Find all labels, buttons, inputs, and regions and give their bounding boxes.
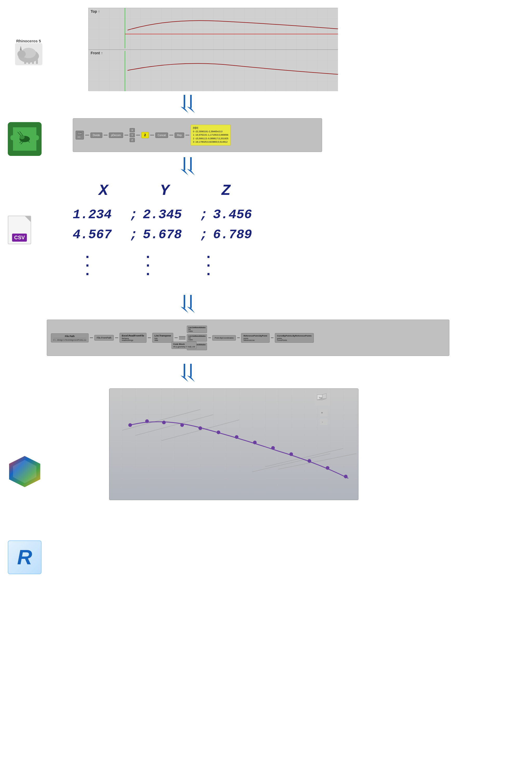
wf-excel-sub1: fileName [122,337,144,339]
csv-dots-y: ... [144,250,152,276]
svg-point-58 [253,440,257,444]
svg-text:Top: Top [319,396,322,399]
wf-node-refpoint: ReferencePoint.ByPoint points referenceL… [241,333,269,343]
csv-headers: X Y Z [73,182,252,200]
grasshopper-icon-container [8,122,41,156]
wf-getitem-1: List.GetItemAtIndex list Index [187,325,207,333]
svg-point-63 [344,475,348,478]
wf-transpose-sub2: data [154,339,171,341]
svg-point-54 [180,423,184,427]
svg-point-52 [145,419,149,423]
gh-node-output: [0][0] 0 -22,3090191-2,394654;0,0 1 -16,… [191,125,231,146]
wf-excel-label: Excel.ReadFromFile [122,334,144,337]
csv-data-section: X Y Z 1.234 ; 2.345 ; 3.456 4.567 ; 5.67… [73,182,252,276]
revit-icon: R [8,540,41,574]
gh-wire-3 [124,135,128,135]
csv-dots-x: ... [83,250,92,276]
wf-refpoint-sub1: points [243,337,267,339]
wf-refpoint-label: ReferencePoint.ByPoint [243,335,267,337]
wf-wire-a [90,337,93,338]
wf-curve-sub2: CurvePoints [277,339,312,341]
csv-header-z: Z [221,182,231,200]
wf-filepath-label: File Path [53,335,86,338]
gh-graph-container: Crv XO Divide pDecom X Y Z 2 Concat Rep … [73,118,322,152]
gh-node-2: 2 [141,132,149,138]
revit-viewport: Top + - [109,388,358,500]
wf-excel-sub2: readAsStrings [122,339,144,341]
csv-dots-z: ... [204,250,213,276]
wf-getitem-1-label: List.GetItemAtIndex [188,326,206,328]
rhino-label: Rhinoceros 5 [15,39,42,43]
svg-rect-5 [24,59,26,64]
gh-node-pdecom: pDecom [109,133,123,138]
wf-transpose-sub1: lists [154,337,171,339]
wf-wire-e [208,337,211,338]
svg-text:-: - [322,420,323,424]
svg-point-62 [326,466,329,470]
csv-header-x: X [99,182,108,200]
dynamo-workflow: File Path C:\...\Bridge in Revit\Alignme… [47,320,449,356]
dynamo-workflow-container: File Path C:\...\Bridge in Revit\Alignme… [47,320,449,356]
csv-label: CSV [12,234,27,242]
rhino-image [15,43,42,65]
gh-wire-4 [136,135,140,135]
wf-wire-d [175,337,178,338]
svg-rect-71 [320,419,327,425]
gh-xyz-outputs: X Y Z [130,128,135,142]
csv-val-x1: 1.234 [73,207,125,222]
wf-refpoint-sub2: referenceLine [243,339,267,341]
svg-rect-7 [32,59,34,64]
csv-header-y: Y [160,182,169,200]
grasshopper-icon [8,122,41,156]
csv-icon: CSV [8,216,36,250]
csv-fold-corner [25,216,30,222]
gh-node-concat: Concat [155,133,168,138]
wf-node-curvebypoints: CurveByPoints.ByReferencePoints points C… [275,333,314,343]
wf-filepath-value: C:\...\Bridge in Revit\AlignmentPoints.c… [53,339,86,341]
svg-point-53 [162,421,166,424]
wf-getitem-2: List.GetItemAtIndex list Index [187,334,207,342]
wf-getitem-2-label: List.GetItemAtIndex [188,335,206,337]
csv-val-y1: 2.345 [143,207,195,222]
svg-point-56 [217,431,220,434]
wf-curve-sub1: points [277,337,312,339]
svg-point-51 [128,423,132,427]
wf-multi-wire [179,336,186,339]
csv-row-1: 1.234 ; 2.345 ; 3.456 [73,207,252,222]
gh-wire-1 [85,135,89,135]
svg-text:+: + [321,411,323,415]
svg-point-60 [289,452,293,456]
svg-text:Front ↑: Front ↑ [91,51,103,55]
csv-sep-1: ; [130,207,138,222]
wf-code-label: Code Block [173,343,195,345]
svg-rect-8 [36,59,38,64]
csv-sep-2: ; [200,207,208,222]
revit-icon-container: R [8,540,41,574]
csv-file-bg: CSV [8,216,31,244]
csv-row-2: 4.567 ; 5.678 ; 6.789 [73,227,252,242]
gh-wire-7 [186,135,189,135]
wf-node-pointbycoord: Point.ByCoordinates [212,335,236,341]
svg-rect-6 [28,59,30,64]
gh-node-rep: Rep [175,133,184,138]
gh-graph: Crv XO Divide pDecom X Y Z 2 Concat Rep … [73,118,322,152]
revit-r-letter: R [17,545,32,569]
wf-node-frompath: File.FromPath [94,335,114,341]
csv-sep-4: ; [200,227,208,242]
gh-wire-6 [169,135,173,135]
wf-curve-label: CurveByPoints.ByReferencePoints [277,335,312,337]
csv-val-z2: 6.789 [213,227,252,242]
wf-node-filepath: File Path C:\...\Bridge in Revit\Alignme… [51,333,89,342]
arrow-1 [177,93,203,115]
wf-wire-b [115,337,118,338]
gh-wire-2 [104,135,107,135]
csv-dots-row: ... ... ... [73,250,252,276]
revit-viewport-container: Top + - [93,388,358,500]
arrow-4 [177,363,203,384]
wf-getitem-1-list: list [188,328,206,330]
arrow-2 [177,156,203,178]
csv-icon-container: CSV [8,216,36,250]
csv-sep-3: ; [130,227,138,242]
arrow-3 [177,294,203,316]
dynamo-icon-container [8,455,41,489]
